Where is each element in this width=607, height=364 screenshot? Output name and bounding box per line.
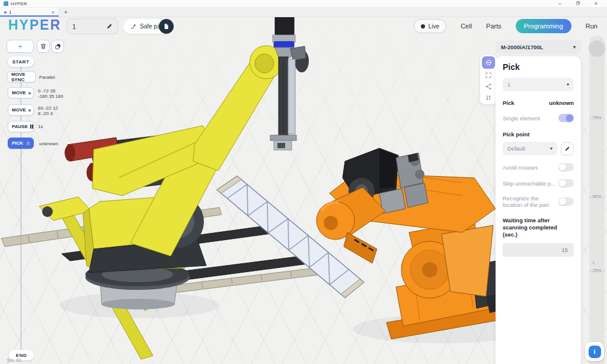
- live-dot-icon: [421, 24, 425, 28]
- maximize-icon[interactable]: [576, 1, 580, 7]
- double-chevron-right-icon: »: [28, 90, 31, 96]
- step-start[interactable]: START: [8, 56, 34, 67]
- app-icon: [4, 1, 8, 6]
- step-pick-meta: unknown: [39, 141, 58, 146]
- expand-icon: [485, 72, 492, 79]
- waiting-time-label: Waiting time after scanning completed (s…: [503, 217, 569, 238]
- hyper-logo: HYPER: [8, 17, 61, 33]
- zoom-label-75: 75%: [587, 115, 607, 120]
- pencil-icon: [564, 146, 570, 152]
- pick-status-row: Pick unknown: [503, 100, 574, 106]
- tab-cell[interactable]: Cell: [461, 23, 472, 30]
- pick-point-label: Pick point: [503, 131, 574, 138]
- edit-pick-point-button[interactable]: [561, 142, 574, 155]
- avoid-creases-toggle[interactable]: [558, 163, 574, 171]
- path-icon: [130, 23, 137, 30]
- pick-point-select[interactable]: Default ▾: [503, 142, 557, 155]
- pick-point-value: Default: [507, 145, 525, 152]
- vertical-tool[interactable]: [270, 9, 306, 150]
- step-move-1-label: MOVE: [12, 90, 26, 95]
- step-move-1-meta: 0 -72 35 -180 35 180: [38, 88, 63, 99]
- swap-vertical-icon: [485, 94, 492, 101]
- step-move-2-label: MOVE: [12, 107, 26, 113]
- report-button[interactable]: [159, 19, 174, 34]
- single-element-label: Single element: [503, 115, 557, 122]
- gripper-icon: [485, 59, 493, 66]
- pick-status-value: unknown: [549, 100, 574, 106]
- tool-gripper-tab[interactable]: [482, 56, 495, 69]
- fps-counter: fps: 60: [7, 357, 21, 363]
- zoom-label-25: 25%: [587, 268, 607, 273]
- double-chevron-right-icon: »: [28, 107, 31, 113]
- trash-icon: [40, 43, 47, 50]
- step-pause-meta: 1s: [38, 124, 43, 129]
- step-move-sync-label: MOVE SYNC: [11, 72, 31, 82]
- share-nodes-icon: [485, 83, 492, 90]
- step-pause-label: PAUSE: [12, 124, 28, 129]
- tool-connections-tab[interactable]: [482, 81, 495, 91]
- window-title: HYPER: [11, 1, 27, 7]
- zoom-label-50: 50%: [587, 194, 607, 199]
- plus-icon: +: [18, 42, 23, 51]
- info-icon: i: [589, 346, 601, 358]
- main-nav: Live Cell Parts Programming Run: [414, 19, 598, 33]
- tool-sort-tab[interactable]: [482, 92, 495, 103]
- step-pick-label: PICK: [12, 141, 23, 146]
- orange-robot[interactable]: [317, 148, 523, 339]
- robot-model-select[interactable]: M-2000iA/1700L ▾: [496, 40, 581, 54]
- waiting-time-value: 15: [561, 247, 568, 253]
- add-step-button[interactable]: +: [7, 40, 34, 53]
- collapse-chevron-icon[interactable]: ‹: [592, 257, 595, 266]
- zoom-slider-track[interactable]: [589, 36, 605, 364]
- live-button[interactable]: Live: [414, 19, 446, 33]
- chevron-down-icon: ▾: [550, 146, 552, 151]
- window-titlebar: HYPER – ×: [0, 0, 607, 8]
- double-chevron-up-icon: [25, 141, 31, 146]
- pick-number-value: 1: [507, 81, 510, 88]
- close-icon[interactable]: ×: [595, 1, 598, 7]
- minimize-icon[interactable]: –: [558, 1, 561, 7]
- skip-unreachable-label: Skip unreachable p...: [503, 180, 557, 187]
- single-element-toggle[interactable]: [558, 114, 574, 122]
- robot-model-value: M-2000iA/1700L: [501, 44, 543, 50]
- tab-close-icon[interactable]: ×: [52, 9, 55, 15]
- panel-tool-strip: [480, 55, 497, 104]
- chevron-down-icon: ▾: [567, 82, 569, 87]
- document-icon: [163, 23, 170, 30]
- info-button[interactable]: i: [585, 342, 604, 361]
- waiting-time-input[interactable]: 15: [503, 243, 574, 257]
- live-label: Live: [429, 23, 439, 30]
- step-move-sync-meta: Parallel: [39, 75, 55, 80]
- step-pick[interactable]: PICK: [8, 138, 34, 149]
- pause-icon: [30, 124, 34, 129]
- avoid-creases-row: Avoid creases: [503, 163, 574, 171]
- pencil-icon[interactable]: [106, 23, 113, 30]
- step-pause[interactable]: PAUSE: [8, 121, 34, 132]
- tab-parts[interactable]: Parts: [486, 23, 501, 30]
- document-tab[interactable]: 1 ×: [0, 8, 59, 17]
- step-move-2[interactable]: MOVE »: [8, 104, 34, 116]
- pick-settings-panel: Pick 1 ▾ Pick unknown Single element Pic…: [496, 56, 581, 364]
- step-move-2-meta: 69 -22 12 8 -20 3: [38, 106, 58, 116]
- pick-status-label: Pick: [503, 100, 515, 106]
- new-tab-button[interactable]: +: [59, 8, 72, 17]
- zoom-slider-knob[interactable]: [589, 40, 605, 57]
- pick-number-select[interactable]: 1 ▾: [503, 78, 574, 91]
- program-name-field[interactable]: 1: [66, 18, 119, 34]
- chevron-down-icon: ▾: [573, 44, 576, 50]
- step-move-1[interactable]: MOVE »: [8, 87, 34, 98]
- recognize-location-toggle[interactable]: [558, 197, 574, 206]
- duplicate-step-button[interactable]: [52, 40, 64, 53]
- tab-programming[interactable]: Programming: [516, 19, 571, 33]
- copy-icon: [55, 43, 61, 50]
- tab-run[interactable]: Run: [586, 23, 598, 30]
- tool-expand-tab[interactable]: [482, 70, 495, 80]
- skip-unreachable-toggle[interactable]: [558, 179, 574, 187]
- tab-bar: 1 × +: [0, 8, 607, 17]
- single-element-row: Single element: [503, 114, 574, 122]
- panel-title: Pick: [503, 62, 574, 72]
- delete-step-button[interactable]: [37, 40, 50, 53]
- step-move-sync[interactable]: MOVE SYNC: [7, 71, 36, 82]
- program-name-value: 1: [72, 23, 76, 30]
- recognize-location-row: Recognize the location of the part: [503, 195, 574, 208]
